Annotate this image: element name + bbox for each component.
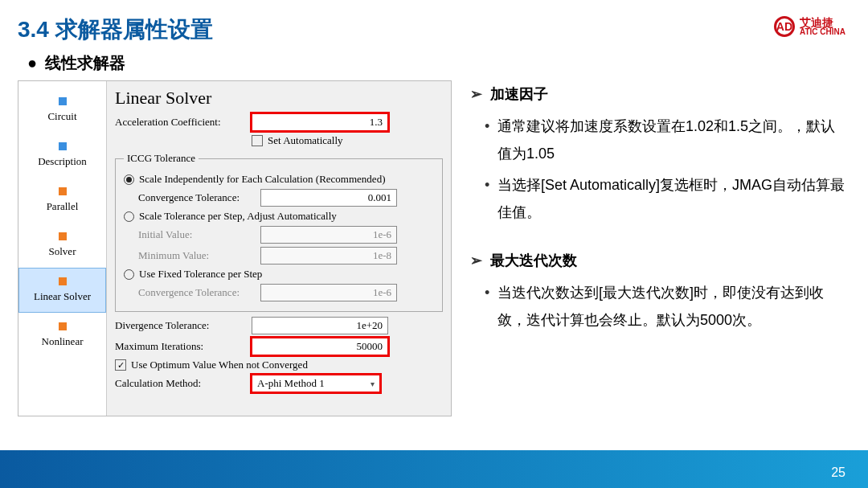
note-title-2: 最大迭代次数 [470, 247, 848, 274]
note-title-1: 加速因子 [470, 80, 848, 108]
min-label: Minimum Value: [138, 249, 260, 262]
tree-item-parallel[interactable]: Parallel [18, 178, 106, 223]
panel-title: Linear Solver [115, 88, 443, 109]
notes: 加速因子 通常建议将加速度系数设置在1.02和1.5之间。，默认值为1.05 当… [470, 80, 848, 355]
chevron-down-icon: ▾ [371, 379, 375, 388]
conv-tol-label: Convergence Tolerance: [138, 191, 260, 204]
tree-item-description[interactable]: Description [18, 133, 106, 178]
set-auto-checkbox[interactable] [252, 135, 263, 146]
calc-method-label: Calculation Method: [115, 377, 252, 390]
square-icon [59, 322, 67, 330]
iccg-fieldset: ICCG Tolerance Scale Independently for E… [115, 152, 443, 312]
div-tol-input[interactable] [252, 317, 388, 334]
accel-input[interactable] [252, 113, 388, 131]
screenshot-panel: Circuit Description Parallel Solver Line… [18, 80, 452, 416]
max-iter-label: Maximum Iterations: [115, 340, 252, 353]
linear-solver-panel: Linear Solver Acceleration Coefficient: … [107, 81, 451, 416]
radio-scale-indep[interactable] [124, 174, 134, 185]
tree-item-nonlinear[interactable]: Nonlinear [18, 313, 106, 358]
conv-tol2-label: Convergence Tolerance: [138, 286, 260, 299]
tree-item-circuit[interactable]: Circuit [18, 88, 106, 133]
radio-fixed[interactable] [124, 269, 134, 280]
logo-cn: 艾迪捷 [800, 17, 845, 28]
accel-label: Acceleration Coefficient: [115, 116, 252, 129]
logo: AD 艾迪捷 ATIC CHINA [774, 16, 845, 37]
tree-item-solver[interactable]: Solver [18, 223, 106, 268]
logo-mark-icon: AD [774, 16, 795, 37]
conv-tol2-input [260, 284, 397, 301]
note-bullet: 当迭代次数达到[最大迭代次数]时，即使没有达到收敛，迭代计算也会终止。默认为50… [470, 279, 848, 334]
set-auto-label: Set Automatically [268, 134, 343, 147]
subhead: 线性求解器 [27, 52, 125, 74]
tree-item-linear-solver[interactable]: Linear Solver [18, 268, 106, 313]
square-icon [59, 187, 67, 195]
max-iter-input[interactable] [252, 338, 388, 355]
slide-title: 3.4 求解器属性设置 [18, 14, 213, 45]
conv-tol-input[interactable] [260, 189, 397, 207]
note-bullet: 当选择[Set Automatically]复选框时，JMAG自动估算最佳值。 [470, 171, 848, 226]
calc-method-select[interactable]: A-phi Method 1 ▾ [252, 375, 380, 392]
square-icon [59, 142, 67, 150]
logo-en: ATIC CHINA [800, 28, 845, 36]
note-bullet: 通常建议将加速度系数设置在1.02和1.5之间。，默认值为1.05 [470, 113, 848, 167]
iccg-legend: ICCG Tolerance [124, 152, 199, 165]
use-opt-checkbox[interactable]: ✓ [115, 359, 126, 371]
page-number: 25 [831, 465, 845, 480]
radio-scale-step[interactable] [124, 211, 134, 222]
square-icon [59, 232, 67, 240]
square-icon [59, 277, 67, 285]
nav-tree: Circuit Description Parallel Solver Line… [18, 81, 107, 416]
init-label: Initial Value: [138, 228, 260, 241]
div-tol-label: Divergence Tolerance: [115, 319, 252, 332]
use-opt-label: Use Optimum Value When not Converged [131, 359, 308, 371]
square-icon [59, 97, 67, 105]
min-input [260, 247, 397, 265]
init-input [260, 226, 397, 244]
